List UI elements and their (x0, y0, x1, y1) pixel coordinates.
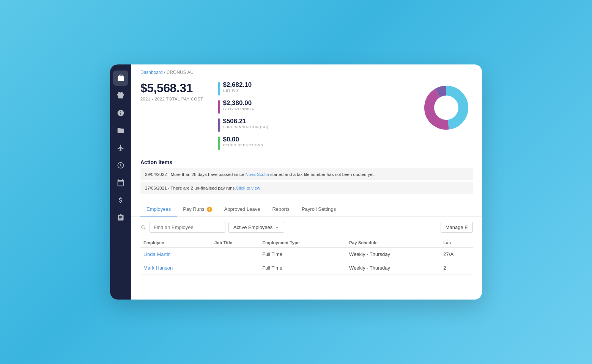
breakdown-super: $506.21 SUPERANNUATION (SG) (218, 118, 405, 132)
alert1-link[interactable]: Nova Scotia (246, 172, 269, 177)
active-employees-dropdown[interactable]: Active Employees (228, 222, 284, 233)
main-card: Dashboard / CRONUS AU $5,568.31 2021 - 2… (110, 64, 482, 300)
payg-value: $2,380.00 (223, 99, 255, 107)
alert-row-2: 27/06/2021 - There are 2 un-finalised pa… (140, 182, 473, 194)
breadcrumb-dashboard[interactable]: Dashboard (140, 70, 163, 75)
col-job-title: Job Title (211, 238, 259, 248)
tab-employees[interactable]: Employees (140, 202, 177, 217)
net-pay-value: $2,682.10 (223, 81, 252, 89)
super-label: SUPERANNUATION (SG) (223, 125, 268, 129)
net-pay-bar (218, 82, 220, 96)
employee-job-title-mark (211, 261, 259, 275)
sidebar-icon-clipboard[interactable] (113, 210, 128, 225)
total-amount: $5,568.31 (140, 81, 203, 95)
employee-name-mark[interactable]: Mark Hanson (140, 261, 211, 275)
pay-runs-warning-icon: ! (207, 207, 212, 212)
col-last: Las (440, 238, 473, 248)
breakdown-other: $0.00 OTHER DEDUCTIONS (218, 136, 405, 150)
manage-button[interactable]: Manage E (441, 222, 473, 233)
table-row: Linda Martin Full Time Weekly - Thursday… (140, 248, 473, 261)
alert1-suffix: started and a tax file number has not be… (269, 172, 375, 177)
sidebar (110, 64, 131, 300)
col-employee: Employee (140, 238, 211, 248)
action-items: Action Items 29/04/2022 - More than 28 d… (131, 156, 482, 199)
sidebar-icon-money[interactable] (113, 105, 128, 121)
super-value: $506.21 (223, 118, 268, 125)
tab-reports[interactable]: Reports (266, 202, 296, 217)
summary-section: $5,568.31 2021 - 2022 TOTAL PAY COST $2,… (131, 77, 482, 156)
alert1-prefix: 29/04/2022 - More than 28 days have pass… (145, 172, 246, 177)
tab-pay-runs[interactable]: Pay Runs ! (177, 202, 218, 217)
total-label: 2021 - 2022 TOTAL PAY COST (140, 97, 203, 101)
alert2-link[interactable]: Click to view (236, 186, 260, 190)
employee-type-mark: Full Time (259, 261, 346, 275)
sidebar-icon-clock[interactable] (113, 158, 128, 173)
sidebar-icon-plane[interactable] (113, 140, 128, 155)
other-label: OTHER DEDUCTIONS (223, 143, 263, 147)
employee-last-linda: 27/A (440, 248, 473, 261)
employee-name-linda[interactable]: Linda Martin (140, 248, 211, 261)
sidebar-icon-folder[interactable] (113, 123, 128, 138)
employee-schedule-linda: Weekly - Thursday (346, 248, 440, 261)
col-pay-schedule: Pay Schedule (346, 238, 440, 248)
search-input[interactable] (150, 222, 225, 233)
table-row: Mark Hanson Full Time Weekly - Thursday … (140, 261, 473, 275)
employee-type-linda: Full Time (259, 248, 346, 261)
donut-chart (420, 81, 473, 134)
employee-schedule-mark: Weekly - Thursday (346, 261, 440, 275)
svg-point-3 (435, 96, 458, 119)
total-pay: $5,568.31 2021 - 2022 TOTAL PAY COST (140, 81, 203, 101)
breakdown-payg: $2,380.00 PAYG WITHHELD (218, 99, 405, 114)
employee-table: Employee Job Title Employment Type Pay S… (140, 238, 473, 275)
breadcrumb: Dashboard / CRONUS AU (131, 64, 482, 77)
search-row: Active Employees Manage E (140, 222, 473, 233)
search-icon (140, 224, 146, 231)
tab-approved-leave[interactable]: Approved Leave (218, 202, 266, 217)
col-employment-type: Employment Type (259, 238, 346, 248)
super-bar (218, 118, 220, 132)
other-bar (218, 136, 220, 150)
action-items-title: Action Items (140, 159, 473, 165)
tabs: Employees Pay Runs ! Approved Leave Repo… (131, 202, 482, 217)
employee-last-mark: 2 (440, 261, 473, 275)
sidebar-icon-briefcase[interactable] (113, 71, 128, 86)
breakdown: $2,682.10 NET PAY $2,380.00 PAYG WITHHEL… (218, 81, 405, 150)
sidebar-icon-dollar[interactable] (113, 193, 128, 208)
main-content: Dashboard / CRONUS AU $5,568.31 2021 - 2… (131, 64, 482, 300)
payg-bar (218, 100, 220, 114)
tab-payroll-settings[interactable]: Payroll Settings (296, 202, 342, 217)
sidebar-icon-gift[interactable] (113, 88, 128, 103)
breakdown-net-pay: $2,682.10 NET PAY (218, 81, 405, 96)
net-pay-label: NET PAY (223, 89, 252, 93)
alert2-text: 27/06/2021 - There are 2 un-finalised pa… (145, 186, 236, 190)
alert-row-1: 29/04/2022 - More than 28 days have pass… (140, 168, 473, 180)
sidebar-icon-calendar[interactable] (113, 175, 128, 190)
payg-label: PAYG WITHHELD (223, 107, 255, 111)
employee-job-title-linda (211, 248, 259, 261)
other-value: $0.00 (223, 136, 263, 143)
employee-section: Active Employees Manage E Employee Job T… (131, 217, 482, 280)
breadcrumb-company: CRONUS AU (167, 70, 194, 75)
breadcrumb-separator: / (164, 70, 165, 75)
